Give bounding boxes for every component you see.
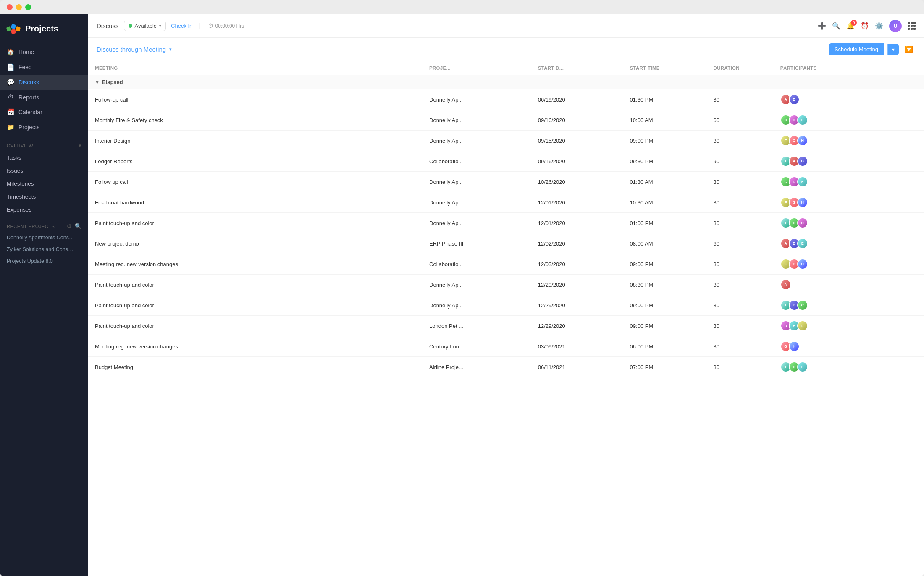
meeting-name-cell: Monthly Fire & Safety check	[88, 110, 423, 131]
overview-item-tasks[interactable]: Tasks	[0, 151, 88, 164]
sidebar-item-feed[interactable]: 📄Feed	[0, 60, 88, 75]
table-row[interactable]: Interior Design Donnelly Ap... 09/15/202…	[88, 131, 924, 151]
sidebar-item-label-reports: Reports	[18, 94, 39, 101]
project-cell: Century Lun...	[423, 336, 531, 357]
meeting-name-cell: Follow-up call	[88, 89, 423, 110]
overview-item-expenses[interactable]: Expenses	[0, 203, 88, 216]
sidebar-item-home[interactable]: 🏠Home	[0, 45, 88, 60]
duration-cell: 30	[707, 357, 774, 377]
participant-avatar: A	[780, 279, 791, 290]
start-date-cell: 09/16/2020	[531, 110, 623, 131]
sidebar-item-label-feed: Feed	[18, 64, 32, 71]
meeting-name-cell: Paint touch-up and color	[88, 275, 423, 295]
apps-grid-icon[interactable]	[908, 22, 916, 30]
col-header-meeting: MEETING	[88, 61, 423, 75]
close-button[interactable]	[7, 4, 13, 10]
notification-icon[interactable]: 🔔 9	[846, 22, 855, 30]
overview-item-timesheets[interactable]: Timesheets	[0, 190, 88, 203]
duration-cell: 90	[707, 151, 774, 172]
col-header-starttime: START TIME	[623, 61, 707, 75]
timer-display: ⏱ 00:00:00 Hrs	[208, 23, 244, 29]
maximize-button[interactable]	[25, 4, 31, 10]
sidebar-item-discuss[interactable]: 💬Discuss	[0, 75, 88, 90]
start-time-cell: 08:30 PM	[623, 275, 707, 295]
duration-cell: 60	[707, 110, 774, 131]
status-dropdown[interactable]: Available ▾	[124, 21, 166, 31]
table-row[interactable]: Paint touch-up and color London Pet ... …	[88, 316, 924, 336]
recent-projects-search-icon[interactable]: 🔍	[75, 223, 82, 229]
schedule-meeting-dropdown-arrow[interactable]: ▾	[887, 44, 899, 55]
participant-avatar: B	[797, 156, 808, 167]
project-cell: Donnelly Ap...	[423, 275, 531, 295]
start-time-cell: 06:00 PM	[623, 336, 707, 357]
participants-cell: GH	[774, 336, 924, 357]
group-toggle-icon[interactable]: ▼	[95, 80, 100, 85]
search-icon[interactable]: 🔍	[832, 22, 840, 30]
status-dropdown-arrow: ▾	[159, 24, 161, 28]
schedule-meeting-button[interactable]: Schedule Meeting	[829, 43, 884, 55]
recent-projects-section: Recent Projects ⚙ 🔍	[0, 217, 88, 231]
start-date-cell: 12/02/2020	[531, 233, 623, 254]
project-cell: London Pet ...	[423, 316, 531, 336]
table-row[interactable]: Paint touch-up and color Donnelly Ap... …	[88, 295, 924, 316]
table-row[interactable]: Meeting reg. new version changes Collabo…	[88, 254, 924, 275]
table-row[interactable]: Ledger Reports Collaboratio... 09/16/202…	[88, 151, 924, 172]
project-cell: Collaboratio...	[423, 151, 531, 172]
home-nav-icon: 🏠	[7, 48, 14, 56]
topbar-right: ➕ 🔍 🔔 9 ⏰ ⚙️ U	[818, 20, 916, 32]
project-cell: ERP Phase III	[423, 233, 531, 254]
meetings-tbody: ▼Elapsed Follow-up call Donnelly Ap... 0…	[88, 75, 924, 377]
table-row[interactable]: New project demo ERP Phase III 12/02/202…	[88, 233, 924, 254]
sidebar-item-calendar[interactable]: 📅Calendar	[0, 105, 88, 120]
filter-button[interactable]: 🔽	[902, 43, 916, 56]
user-avatar[interactable]: U	[889, 20, 902, 32]
checkin-button[interactable]: Check In	[171, 23, 192, 29]
start-date-cell: 12/01/2020	[531, 213, 623, 233]
project-cell: Donnelly Ap...	[423, 192, 531, 213]
view-title-text: Discuss through Meeting	[97, 46, 166, 53]
overview-item-issues[interactable]: Issues	[0, 164, 88, 177]
table-row[interactable]: Final coat hardwood Donnelly Ap... 12/01…	[88, 192, 924, 213]
table-row[interactable]: Follow-up call Donnelly Ap... 06/19/2020…	[88, 89, 924, 110]
start-date-cell: 12/29/2020	[531, 275, 623, 295]
participants-cell: CDE	[774, 172, 924, 192]
meeting-name-cell: Paint touch-up and color	[88, 316, 423, 336]
sidebar-item-reports[interactable]: ⏱Reports	[0, 90, 88, 105]
recent-project-item[interactable]: Zylker Solutions and Cons…	[0, 243, 88, 255]
project-cell: Collaboratio...	[423, 254, 531, 275]
participant-avatar: C	[797, 300, 808, 311]
add-icon[interactable]: ➕	[818, 22, 826, 30]
table-row[interactable]: Follow up call Donnelly Ap... 10/26/2020…	[88, 172, 924, 192]
discuss-nav-icon: 💬	[7, 79, 14, 86]
participant-avatars: FGH	[780, 197, 917, 208]
participant-avatars: CDE	[780, 176, 917, 187]
duration-cell: 30	[707, 275, 774, 295]
minimize-button[interactable]	[16, 4, 22, 10]
table-row[interactable]: Meeting reg. new version changes Century…	[88, 336, 924, 357]
participants-cell: FGH	[774, 131, 924, 151]
svg-rect-3	[16, 26, 21, 31]
sidebar-item-projects[interactable]: 📁Projects	[0, 120, 88, 135]
topbar-app-name: Discuss	[97, 22, 119, 29]
overview-toggle-icon[interactable]: ▾	[79, 142, 82, 149]
settings-icon[interactable]: ⚙️	[875, 22, 883, 30]
calendar-nav-icon: 📅	[7, 108, 14, 116]
table-row[interactable]: Paint touch-up and color Donnelly Ap... …	[88, 275, 924, 295]
meeting-name-cell: Follow up call	[88, 172, 423, 192]
table-row[interactable]: Budget Meeting Airline Proje... 06/11/20…	[88, 357, 924, 377]
start-time-cell: 01:30 PM	[623, 89, 707, 110]
recent-project-item[interactable]: Donnelly Apartments Cons…	[0, 232, 88, 243]
meetings-table-container[interactable]: MEETING PROJE... START D... START TIME D…	[88, 61, 924, 576]
timer-icon: ⏱	[208, 23, 213, 29]
recent-projects-filter-icon[interactable]: ⚙	[67, 223, 72, 229]
view-title[interactable]: Discuss through Meeting ▾	[97, 46, 172, 53]
recent-project-item[interactable]: Projects Update 8.0	[0, 255, 88, 267]
overview-item-milestones[interactable]: Milestones	[0, 177, 88, 190]
duration-cell: 30	[707, 254, 774, 275]
clock-icon[interactable]: ⏰	[861, 22, 869, 30]
group-row-elapsed[interactable]: ▼Elapsed	[88, 75, 924, 89]
table-row[interactable]: Monthly Fire & Safety check Donnelly Ap.…	[88, 110, 924, 131]
participant-avatars: AB	[780, 94, 917, 105]
sidebar-item-label-projects: Projects	[18, 124, 40, 131]
table-row[interactable]: Paint touch-up and color Donnelly Ap... …	[88, 213, 924, 233]
